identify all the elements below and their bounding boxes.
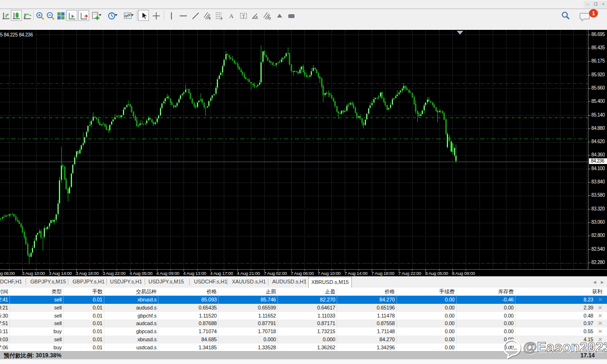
toolbar-zoom-in-button[interactable]	[34, 10, 45, 21]
toolbar-crosshair-button[interactable]	[150, 10, 161, 21]
cell-sl: 0.87791	[219, 319, 278, 328]
tab-separator	[189, 279, 190, 285]
tabs-scroll-right-icon[interactable]: ▶	[601, 280, 604, 284]
time-axis-label: 7 Aug 18:00	[371, 271, 395, 276]
tab-xauusd-s-h1[interactable]: XAUUSD.s,H1	[232, 279, 266, 284]
column-header[interactable]: 止盈	[278, 288, 337, 296]
cell-swap: -0.46	[457, 296, 516, 304]
toolbar-periods-dropdown-icon[interactable]	[115, 14, 118, 16]
chart-ohlc-label: 5 84.225 84.236	[0, 32, 33, 37]
toolbar-vertical-line-button[interactable]	[166, 10, 176, 21]
close-position-icon[interactable]: ✕	[598, 305, 602, 311]
cell-sl: 0.000	[219, 336, 278, 344]
toolbar-rectangle-button[interactable]	[285, 10, 296, 21]
column-header[interactable]: 价格	[158, 288, 219, 296]
table-row-gbpchf.s[interactable]: 5:30sell0.01gbpchf.s1.115201.116521.1103…	[0, 312, 607, 320]
toolbar-tile-windows-button[interactable]	[55, 10, 66, 21]
cell-swap: 0.00	[457, 336, 516, 344]
price-axis-label: 83.060	[591, 220, 605, 225]
cell-profit: 0.83	[515, 344, 595, 352]
window-close-button[interactable]: ×	[599, 1, 607, 8]
column-header[interactable]: 交易品种	[104, 288, 158, 296]
toolbar-cursor-button[interactable]	[138, 10, 149, 21]
price-axis-label: 85.920	[591, 73, 605, 77]
close-position-icon[interactable]: ✕	[598, 320, 602, 327]
tab-dchf-h1[interactable]: DCHF,H1	[0, 279, 22, 284]
tab-gbpjpy-s-m15[interactable]: GBPJPY.s,M15	[30, 279, 66, 284]
close-position-icon[interactable]: ✕	[598, 337, 602, 343]
cell-commission: 0.00	[397, 336, 457, 344]
column-header[interactable]: 手续费	[397, 288, 457, 296]
toolbar-horizontal-line-button[interactable]	[177, 10, 188, 21]
chart-tab-bar: DCHF,H1GBPJPY.s,M15GBPJPY.s,H1USDJPY.s,H…	[0, 276, 607, 288]
close-position-icon[interactable]: ✕	[598, 345, 602, 351]
toolbar-arrow-up-button[interactable]	[274, 10, 285, 21]
title-bar: – ❏ ×	[0, 0, 607, 9]
price-tick	[589, 128, 590, 129]
column-header[interactable]: 手数	[64, 288, 104, 296]
price-tick	[589, 249, 590, 250]
cell-type: sell	[10, 296, 64, 304]
column-header[interactable]: 获利	[515, 288, 604, 296]
column-header[interactable]: 价格	[337, 288, 397, 296]
price-axis-label: 84.880	[591, 126, 605, 131]
time-axis-label: 7 Aug 10:00	[318, 271, 341, 276]
toolbar-chart-shift-button[interactable]	[78, 10, 89, 21]
tab-xbrusd-m15-active[interactable]: XBRUSD.s,M15	[308, 277, 352, 288]
chart-area[interactable]: 5 84.225 84.236 86.69586.43586.17585.920…	[0, 30, 607, 269]
table-row-audusd.s[interactable]: 8:21sell0.01audusd.s0.654350.655990.6461…	[0, 304, 607, 312]
toolbar-cycle-lines-button[interactable]: D	[261, 10, 272, 21]
column-header[interactable]: 类型	[10, 288, 64, 296]
tab-gbpjpy-s-h1[interactable]: GBPJPY.s,H1	[73, 279, 105, 284]
cell-commission: 0.00	[397, 296, 457, 304]
time-axis-label: 7 Aug 22:00	[398, 271, 422, 276]
table-row-usdcad.s[interactable]: 7:06buy0.01usdcad.s1.341851.335281.36262…	[0, 344, 607, 352]
toolbar-zoom-out-button[interactable]	[45, 10, 55, 21]
svg-text:D: D	[268, 17, 271, 20]
cell-time: 6:11	[0, 328, 10, 336]
close-position-icon[interactable]: ✕	[598, 328, 602, 335]
tabs-scroll-left-icon[interactable]: ◀	[593, 280, 596, 284]
toolbar: EFATD	[0, 9, 607, 22]
notification-badge[interactable]: 1	[589, 9, 598, 18]
toolbar-text-button[interactable]: A	[225, 10, 236, 21]
tab-usdjpy-s-h1[interactable]: USDJPY.s,H1	[110, 279, 142, 284]
toolbar-trend-line-button[interactable]	[190, 10, 201, 21]
column-header[interactable]: 时间	[0, 288, 10, 296]
tab-usdjpy-s-m15[interactable]: USDJPY.s,M15	[148, 279, 184, 284]
cell-tp: 0.87171	[278, 319, 337, 328]
column-header[interactable]: 止损	[219, 288, 278, 296]
tab-audusd-s-h1[interactable]: AUDUSD.s,H1	[272, 279, 306, 284]
close-position-icon[interactable]: ✕	[598, 297, 602, 303]
price-tick	[589, 236, 590, 236]
column-header[interactable]: 库存费	[457, 288, 516, 296]
table-row-gbpcad.s[interactable]: 6:11buy0.01gbpcad.s1.710741.707181.73215…	[0, 328, 607, 336]
close-position-icon[interactable]: ✕	[598, 313, 602, 319]
window-minimize-button[interactable]: –	[584, 1, 591, 8]
toolbar-auto-scroll-button[interactable]	[66, 10, 77, 21]
cell-commission: 0.00	[397, 319, 457, 328]
search-icon[interactable]	[561, 11, 570, 20]
toolbar-new-chart-dropdown-icon[interactable]	[99, 14, 101, 16]
price-tick	[589, 75, 590, 75]
toolbar-equidistant-channel-button[interactable]: E	[202, 10, 212, 21]
chart-shift-marker-icon[interactable]	[457, 31, 463, 35]
window-restore-button[interactable]: ❏	[592, 1, 599, 8]
cell-type: sell	[10, 304, 64, 312]
table-row-xbrusd.s[interactable]: 9:03sell0.01xbrusd.s84.6850.0000.00084.2…	[0, 336, 607, 344]
toolbar-indicators-dropdown-icon[interactable]	[131, 14, 134, 16]
toolbar-text-label-button[interactable]: T	[238, 10, 248, 21]
price-tick	[589, 101, 590, 102]
tab-usdchf-s-h1[interactable]: USDCHF.s,H1	[194, 279, 227, 284]
table-row-xbrusd.s[interactable]: 2:41sell0.01xbrusd.s85.09385.74682.27084…	[0, 296, 607, 304]
toolbar-line-chart-button[interactable]	[22, 10, 33, 21]
table-row-audcad.s[interactable]: 7:51sell0.01audcad.s0.876880.877910.8717…	[0, 319, 607, 328]
toolbar-fibonacci-button[interactable]: F	[213, 10, 224, 21]
candlestick-chart	[0, 30, 588, 269]
toolbar-bar-chart-button[interactable]	[0, 10, 11, 21]
time-axis-label: 7 Aug 14:00	[344, 271, 368, 276]
toolbar-candlestick-chart-button[interactable]	[11, 10, 22, 21]
toolbar-angle-button[interactable]	[249, 10, 260, 21]
toolbar-separator	[33, 10, 34, 20]
cell-type: sell	[10, 312, 64, 320]
